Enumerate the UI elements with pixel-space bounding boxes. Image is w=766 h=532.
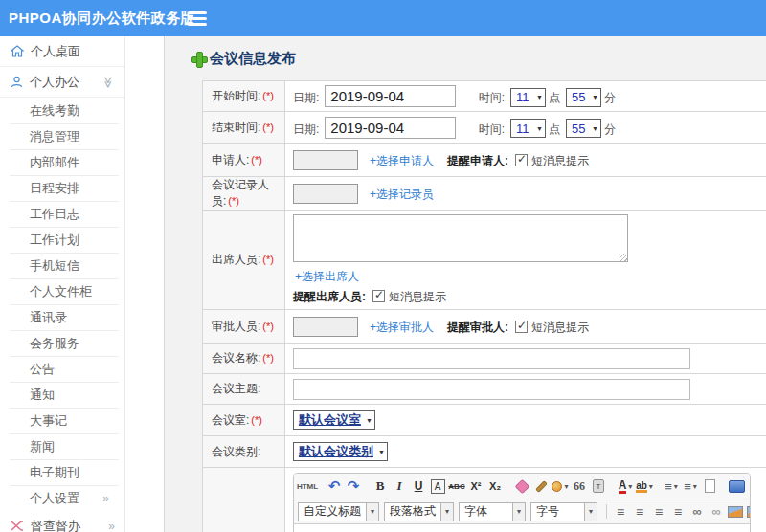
sidebar-item-desktop[interactable]: 个人桌面: [0, 36, 124, 67]
sidebar-item[interactable]: 公告: [0, 356, 124, 382]
start-minute-select[interactable]: 55▼: [566, 88, 601, 107]
font-border-icon[interactable]: A: [429, 477, 446, 496]
align-right-icon[interactable]: ≡: [650, 502, 667, 521]
sidebar-item[interactable]: 个人文件柜: [0, 278, 124, 304]
sidebar-item[interactable]: 在线考勤: [0, 98, 124, 123]
sidebar-item[interactable]: 内部邮件: [0, 149, 124, 175]
eraser-icon[interactable]: [513, 477, 530, 496]
start-hour-select[interactable]: 11▼: [510, 88, 546, 107]
select-arrow-icon: ▼: [592, 94, 598, 100]
sidebar-item-label: 内部邮件: [30, 154, 79, 171]
redo-icon[interactable]: ↷: [345, 477, 362, 496]
choose-applicant-link[interactable]: +选择申请人: [370, 154, 434, 167]
unordered-list-icon[interactable]: ≡▾: [682, 477, 699, 496]
choose-approver-link[interactable]: +选择审批人: [370, 321, 434, 334]
sidebar-item-label: 电子期刊: [30, 464, 79, 481]
sidebar-item[interactable]: 工作日志: [0, 201, 124, 227]
applicant-input[interactable]: [293, 150, 358, 170]
select-label: 字体: [460, 503, 512, 520]
fullscreen-icon[interactable]: [728, 477, 745, 496]
meeting-room-select[interactable]: 默认会议室▼: [293, 410, 375, 430]
superscript-icon[interactable]: X²: [467, 477, 484, 496]
end-date-input[interactable]: [325, 117, 456, 139]
dropdown-arrow-icon: ▾: [649, 482, 653, 491]
field-label: 会议记录人员:: [212, 178, 269, 208]
field-label: 出席人员:: [212, 253, 260, 266]
sidebar-item[interactable]: 手机短信: [0, 253, 124, 278]
editor-toolbar-row2: 自定义标题▾段落格式▾字体▾字号▾ ≡≡≡≡∞∞: [294, 499, 750, 523]
sidebar-item[interactable]: 会务服务: [0, 330, 124, 356]
image-icon[interactable]: [727, 502, 744, 521]
sidebar-item[interactable]: 通讯录: [0, 304, 124, 330]
new-page-icon[interactable]: [701, 477, 718, 496]
sidebar-item-label: 消息管理: [30, 128, 79, 145]
paint-icon[interactable]: ▾: [552, 477, 569, 496]
remind-label: 提醒审批人:: [447, 321, 508, 334]
choose-recorder-link[interactable]: +选择记录员: [370, 188, 434, 201]
dropdown-arrow-icon: ▾: [674, 482, 678, 491]
bold-icon[interactable]: B: [372, 477, 389, 496]
dropdown-arrow-icon: ▾: [366, 503, 378, 521]
remind-label: 提醒申请人:: [447, 154, 508, 167]
custom-heading-select[interactable]: 自定义标题▾: [298, 502, 379, 521]
select-arrow-icon: ▼: [536, 94, 543, 100]
meeting-name-input[interactable]: [293, 348, 690, 369]
align-justify-icon[interactable]: ≡: [669, 502, 687, 521]
sidebar-item[interactable]: 工作计划: [0, 227, 124, 253]
sms-remind-checkbox[interactable]: [515, 154, 528, 166]
approver-input[interactable]: [293, 317, 358, 337]
sidebar-item-label: 个人办公: [30, 74, 79, 91]
sidebar-item[interactable]: 消息管理: [0, 123, 124, 149]
blockquote-icon[interactable]: 66: [571, 477, 588, 496]
undo-icon[interactable]: ↶: [326, 477, 343, 496]
align-left-icon[interactable]: ≡: [612, 502, 629, 521]
highlight-icon[interactable]: ab▾: [636, 477, 653, 496]
remind-label: 提醒出席人员:: [293, 290, 366, 303]
html-source-icon[interactable]: HTML: [299, 477, 316, 496]
meeting-category-select[interactable]: 默认会议类别▼: [293, 442, 388, 461]
sms-remind-checkbox[interactable]: [515, 321, 528, 333]
sidebar-item[interactable]: 新闻: [0, 433, 124, 459]
sms-remind-checkbox[interactable]: [372, 290, 385, 302]
format-brush-icon[interactable]: [532, 477, 550, 496]
start-date-input[interactable]: [325, 85, 456, 107]
sidebar-item-personal-office[interactable]: 个人办公 ≫: [0, 67, 124, 98]
choose-attendees-link[interactable]: +选择出席人: [295, 270, 359, 283]
attendees-textarea[interactable]: [293, 214, 628, 262]
sidebar-item[interactable]: 电子期刊: [0, 459, 124, 485]
editor-content-area[interactable]: [294, 523, 750, 532]
sidebar-item[interactable]: 通知: [0, 382, 124, 408]
sidebar-item-label: 大事记: [30, 412, 67, 430]
hamburger-icon[interactable]: [188, 11, 207, 29]
italic-icon[interactable]: I: [391, 477, 408, 496]
field-label: 审批人员:: [212, 320, 260, 333]
form-row-attendees: 出席人员:(*) +选择出席人 提醒出席人员:短消息提示: [203, 211, 766, 310]
form-row-end-time: 结束时间:(*) 日期: 时间:11▼点55▼分: [203, 112, 766, 144]
font-color-icon[interactable]: A▾: [617, 477, 634, 496]
strikethrough-icon[interactable]: ABC: [448, 477, 465, 496]
end-hour-select[interactable]: 11▼: [510, 119, 546, 138]
font-family-select[interactable]: 字体▾: [459, 502, 526, 521]
sidebar-item-supervision[interactable]: 督查督办 »: [0, 511, 124, 532]
field-label: 开始时间:: [212, 89, 260, 102]
paragraph-format-select[interactable]: 段落格式▾: [384, 502, 454, 521]
sidebar-item-label: 通讯录: [30, 309, 67, 326]
sidebar-item[interactable]: 大事记: [0, 408, 124, 433]
underline-icon[interactable]: U: [410, 477, 427, 496]
font-size-select[interactable]: 字号▾: [530, 502, 597, 521]
link-icon[interactable]: ∞: [688, 502, 706, 521]
date-label: 日期:: [293, 91, 319, 104]
ordered-list-icon[interactable]: ≡▾: [663, 477, 680, 496]
align-center-icon[interactable]: ≡: [631, 502, 648, 521]
unlink-icon[interactable]: ∞: [708, 502, 725, 521]
end-minute-select[interactable]: 55▼: [566, 119, 601, 138]
meeting-subject-input[interactable]: [293, 379, 690, 400]
dropdown-arrow-icon: ▾: [584, 503, 597, 521]
sidebar-item[interactable]: 日程安排: [0, 175, 124, 201]
recorder-input[interactable]: [293, 184, 358, 204]
paste-icon[interactable]: T: [590, 477, 607, 496]
insert-image-icon[interactable]: [746, 502, 751, 521]
subscript-icon[interactable]: X₂: [486, 477, 504, 496]
sidebar-item-settings[interactable]: 个人设置 »: [0, 485, 124, 511]
time-label: 时间:: [479, 91, 505, 104]
